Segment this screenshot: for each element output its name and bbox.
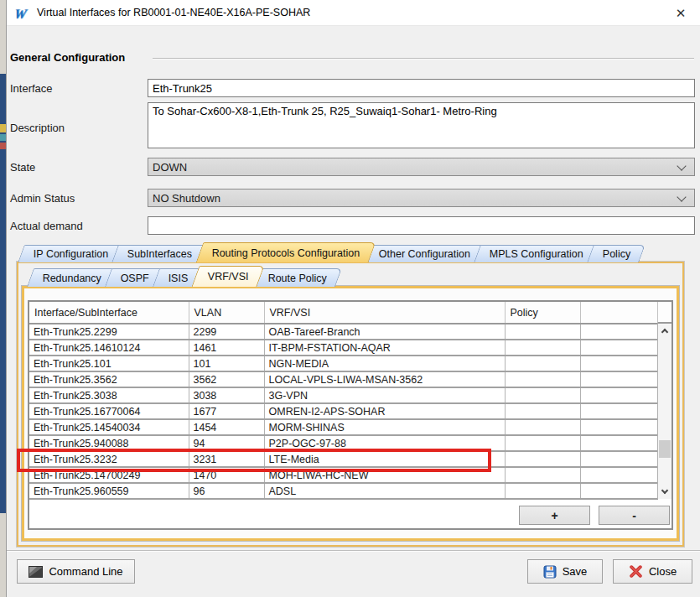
tab-policy[interactable]: Policy	[587, 245, 646, 262]
subtab-label: VRF/VSI	[208, 271, 249, 283]
cell-extra[interactable]	[580, 340, 657, 356]
vrf-vsi-table-container: Interface/SubInterface VLAN VRF/VSI Poli…	[28, 300, 673, 530]
footer-rule	[7, 550, 700, 552]
table-header-row: Interface/SubInterface VLAN VRF/VSI Poli…	[29, 302, 657, 324]
state-value: DOWN	[153, 161, 678, 174]
table-row[interactable]: Eth-Trunk25.2299 2299 OAB-Tareef-Branch	[29, 324, 657, 340]
description-label: Description	[10, 122, 65, 134]
table-row[interactable]: Eth-Trunk25.101 101 NGN-MEDIA	[29, 356, 657, 371]
table-row[interactable]: Eth-Trunk25.3562 3562 LOCAL-VPLS-LIWA-MS…	[29, 371, 657, 387]
cell-vlan[interactable]: 1461	[189, 340, 264, 356]
cell-extra[interactable]	[580, 324, 657, 340]
interface-field[interactable]	[148, 79, 695, 97]
table-row[interactable]: Eth-Trunk25.16770064 1677 OMREN-I2-APS-S…	[29, 403, 657, 419]
tab-subinterfaces[interactable]: SubInterfaces	[112, 245, 208, 262]
console-icon	[29, 566, 43, 578]
cell-policy[interactable]	[505, 451, 580, 467]
cell-vrf[interactable]: LOCAL-VPLS-LIWA-MSAN-3562	[264, 371, 505, 387]
tab-routing-protocols-configuration[interactable]: Routing Protocols Configuration	[195, 242, 375, 262]
subtab-redundancy[interactable]: Redundancy	[27, 268, 117, 287]
save-button[interactable]: Save	[527, 559, 603, 584]
cell-vrf[interactable]: ADSL	[264, 483, 505, 499]
cell-extra[interactable]	[580, 419, 657, 435]
cell-vlan[interactable]: 2299	[189, 324, 264, 340]
background-marker	[0, 124, 6, 132]
cell-vlan[interactable]: 101	[189, 356, 264, 371]
cell-vrf[interactable]: IT-BPM-FSTATION-AQAR	[264, 340, 505, 356]
cell-policy[interactable]	[505, 340, 580, 356]
cell-vrf[interactable]: OMREN-I2-APS-SOHAR	[264, 403, 505, 419]
cell-vlan[interactable]: 96	[189, 483, 264, 499]
table-row[interactable]: Eth-Trunk25.14540034 1454 MORM-SHINAS	[29, 419, 657, 435]
actual-demand-field[interactable]	[148, 216, 695, 235]
subtab-label: ISIS	[169, 273, 189, 284]
cell-interface[interactable]: Eth-Trunk25.101	[29, 356, 189, 371]
cell-vlan[interactable]: 3038	[189, 387, 264, 403]
highlight-box	[17, 449, 491, 472]
table-row[interactable]: Eth-Trunk25.14610124 1461 IT-BPM-FSTATIO…	[29, 340, 657, 356]
cell-policy[interactable]	[505, 467, 580, 483]
cell-interface[interactable]: Eth-Trunk25.3562	[29, 371, 189, 387]
cell-extra[interactable]	[580, 451, 657, 467]
description-field[interactable]: To Sohar-Cx600-X8-1,Eth-Trunk 25, R25_Su…	[148, 102, 695, 148]
cell-vlan[interactable]: 1454	[189, 419, 264, 435]
cell-vlan[interactable]: 1677	[189, 403, 264, 419]
general-configuration-heading: General Configuration	[10, 51, 125, 64]
cell-policy[interactable]	[505, 419, 580, 435]
cell-interface[interactable]: Eth-Trunk25.960559	[29, 483, 189, 499]
configuration-tabs: IP Configuration SubInterfaces Routing P…	[21, 242, 642, 262]
cell-interface[interactable]: Eth-Trunk25.3038	[29, 387, 189, 403]
cell-extra[interactable]	[580, 435, 657, 451]
close-label: Close	[649, 565, 677, 578]
cell-extra[interactable]	[580, 483, 657, 499]
command-line-button[interactable]: Command Line	[17, 559, 135, 584]
tab-other-configuration[interactable]: Other Configuration	[363, 245, 485, 262]
cell-extra[interactable]	[580, 356, 657, 371]
cell-policy[interactable]	[505, 356, 580, 371]
cell-policy[interactable]	[505, 324, 580, 340]
add-row-button[interactable]: +	[519, 506, 590, 525]
cell-extra[interactable]	[580, 403, 657, 419]
subtab-route-policy[interactable]: Route Policy	[251, 268, 341, 287]
routing-protocol-subtabs: Redundancy OSPF ISIS VRF/VSI Route Polic…	[30, 266, 339, 287]
cell-vrf[interactable]: OAB-Tareef-Branch	[264, 324, 505, 340]
tab-label: Policy	[603, 248, 630, 260]
col-extra	[580, 302, 657, 324]
tab-ip-configuration[interactable]: IP Configuration	[18, 245, 123, 262]
cell-extra[interactable]	[580, 371, 657, 387]
cell-interface[interactable]: Eth-Trunk25.14610124	[29, 340, 189, 356]
cell-policy[interactable]	[505, 483, 580, 499]
admin-status-select[interactable]: NO Shutdown	[148, 189, 695, 207]
state-select[interactable]: DOWN	[148, 158, 695, 176]
cell-policy[interactable]	[505, 435, 580, 451]
scrollbar-thumb[interactable]	[659, 440, 671, 458]
command-line-label: Command Line	[49, 565, 122, 578]
table-scrollbar[interactable]	[657, 324, 671, 499]
subtab-vrf-vsi[interactable]: VRF/VSI	[191, 266, 264, 287]
cell-policy[interactable]	[505, 387, 580, 403]
cell-interface[interactable]: Eth-Trunk25.2299	[29, 324, 189, 340]
scroll-up-icon[interactable]	[658, 324, 671, 338]
cell-extra[interactable]	[580, 387, 657, 403]
cell-policy[interactable]	[505, 403, 580, 419]
cell-policy[interactable]	[505, 371, 580, 387]
tab-mpls-configuration[interactable]: MPLS Configuration	[474, 245, 599, 262]
window-close-icon[interactable]: ✕	[664, 2, 697, 24]
cell-vrf[interactable]: MORM-SHINAS	[264, 419, 505, 435]
table-row[interactable]: Eth-Trunk25.3038 3038 3G-VPN	[29, 387, 657, 403]
cell-vrf[interactable]: 3G-VPN	[264, 387, 505, 403]
cell-interface[interactable]: Eth-Trunk25.14540034	[29, 419, 189, 435]
remove-row-button[interactable]: -	[599, 506, 670, 525]
subtab-label: Route Policy	[267, 273, 326, 284]
cell-interface[interactable]: Eth-Trunk25.16770064	[29, 403, 189, 419]
cell-vrf[interactable]: NGN-MEDIA	[264, 356, 505, 371]
table-row[interactable]: Eth-Trunk25.960559 96 ADSL	[29, 483, 657, 499]
close-button[interactable]: Close	[613, 559, 692, 584]
cell-vlan[interactable]: 3562	[189, 371, 264, 387]
chevron-down-icon	[677, 161, 686, 170]
chevron-down-icon	[661, 487, 668, 494]
tab-label: Routing Protocols Configuration	[211, 247, 360, 259]
scroll-down-icon[interactable]	[658, 485, 671, 499]
cell-extra[interactable]	[580, 467, 657, 483]
chevron-up-icon	[661, 329, 668, 335]
